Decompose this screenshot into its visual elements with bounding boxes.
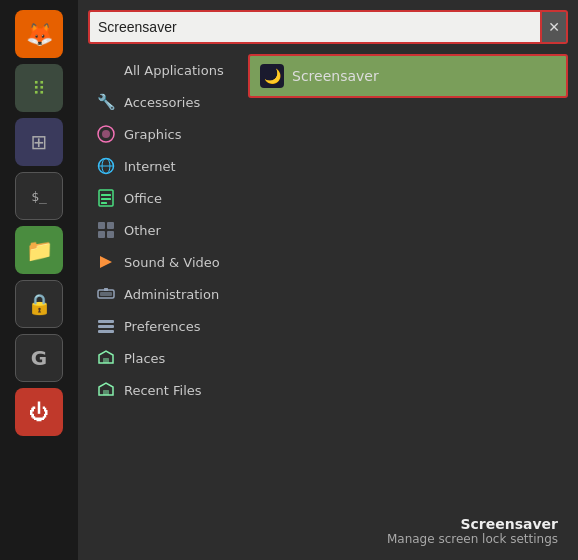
- sidebar-icon-files[interactable]: 📁: [15, 226, 63, 274]
- svg-rect-19: [98, 330, 114, 333]
- svg-rect-8: [101, 202, 107, 204]
- category-graphics[interactable]: Graphics: [88, 118, 248, 150]
- svg-rect-20: [103, 358, 109, 363]
- sidebar-icon-wayland[interactable]: ⠿: [15, 64, 63, 112]
- graphics-icon: [96, 124, 116, 144]
- sidebar: 🦊 ⠿ ⊞ $_ 📁 🔒 G ⏻: [0, 0, 78, 560]
- svg-rect-16: [104, 288, 108, 291]
- sidebar-icon-terminal[interactable]: $_: [15, 172, 63, 220]
- refresh-icon: G: [31, 346, 47, 370]
- category-preferences[interactable]: Preferences: [88, 310, 248, 342]
- svg-rect-9: [98, 222, 105, 229]
- lock-icon: 🔒: [27, 292, 52, 316]
- category-accessories[interactable]: 🔧 Accessories: [88, 86, 248, 118]
- category-places-label: Places: [124, 351, 165, 366]
- preferences-icon: [96, 316, 116, 336]
- category-places[interactable]: Places: [88, 342, 248, 374]
- ui-icon: ⊞: [31, 130, 48, 154]
- wayland-icon: ⠿: [32, 78, 45, 99]
- category-preferences-label: Preferences: [124, 319, 200, 334]
- other-icon: [96, 220, 116, 240]
- internet-icon: [96, 156, 116, 176]
- category-other[interactable]: Other: [88, 214, 248, 246]
- svg-rect-17: [98, 320, 114, 323]
- category-internet[interactable]: Internet: [88, 150, 248, 182]
- screensaver-icon: 🌙: [264, 68, 281, 84]
- screensaver-app-icon: 🌙: [260, 64, 284, 88]
- category-accessories-label: Accessories: [124, 95, 200, 110]
- files-icon: 📁: [26, 238, 53, 263]
- app-results: 🌙 Screensaver: [248, 54, 568, 510]
- search-wrapper: ✕: [88, 10, 568, 44]
- sidebar-icon-ui[interactable]: ⊞: [15, 118, 63, 166]
- category-administration[interactable]: Administration: [88, 278, 248, 310]
- category-other-label: Other: [124, 223, 161, 238]
- recent-files-icon: [96, 380, 116, 400]
- category-graphics-label: Graphics: [124, 127, 181, 142]
- svg-marker-13: [100, 256, 112, 268]
- svg-point-1: [102, 130, 110, 138]
- category-office-label: Office: [124, 191, 162, 206]
- svg-rect-12: [107, 231, 114, 238]
- category-sound-video-label: Sound & Video: [124, 255, 220, 270]
- app-item-screensaver-label: Screensaver: [292, 68, 379, 84]
- office-icon: [96, 188, 116, 208]
- terminal-icon: $_: [31, 189, 47, 204]
- power-icon: ⏻: [29, 400, 49, 424]
- svg-rect-6: [101, 194, 111, 196]
- category-administration-label: Administration: [124, 287, 219, 302]
- svg-rect-18: [98, 325, 114, 328]
- content-area: All Applications 🔧 Accessories Graphics …: [88, 54, 568, 510]
- app-item-screensaver[interactable]: 🌙 Screensaver: [248, 54, 568, 98]
- administration-icon: [96, 284, 116, 304]
- main-panel: ✕ All Applications 🔧 Accessories Graphic…: [78, 0, 578, 560]
- svg-rect-7: [101, 198, 111, 200]
- footer-title: Screensaver: [98, 516, 558, 532]
- sound-video-icon: [96, 252, 116, 272]
- category-all[interactable]: All Applications: [88, 54, 248, 86]
- category-office[interactable]: Office: [88, 182, 248, 214]
- sidebar-icon-power[interactable]: ⏻: [15, 388, 63, 436]
- svg-rect-11: [98, 231, 105, 238]
- footer-description: Manage screen lock settings: [98, 532, 558, 546]
- category-sound-video[interactable]: Sound & Video: [88, 246, 248, 278]
- footer: Screensaver Manage screen lock settings: [88, 510, 568, 550]
- sidebar-icon-refresh[interactable]: G: [15, 334, 63, 382]
- clear-icon: ✕: [548, 19, 560, 35]
- accessories-icon: 🔧: [96, 92, 116, 112]
- category-all-label: All Applications: [124, 63, 224, 78]
- svg-rect-15: [100, 292, 112, 296]
- all-applications-icon: [96, 60, 116, 80]
- search-clear-button[interactable]: ✕: [542, 10, 568, 44]
- svg-rect-21: [103, 390, 109, 395]
- category-internet-label: Internet: [124, 159, 176, 174]
- places-icon: [96, 348, 116, 368]
- firefox-icon: 🦊: [26, 22, 53, 47]
- category-recent-files[interactable]: Recent Files: [88, 374, 248, 406]
- category-list: All Applications 🔧 Accessories Graphics …: [88, 54, 248, 510]
- search-input[interactable]: [88, 10, 542, 44]
- category-recent-files-label: Recent Files: [124, 383, 202, 398]
- svg-rect-10: [107, 222, 114, 229]
- sidebar-icon-lock[interactable]: 🔒: [15, 280, 63, 328]
- sidebar-icon-firefox[interactable]: 🦊: [15, 10, 63, 58]
